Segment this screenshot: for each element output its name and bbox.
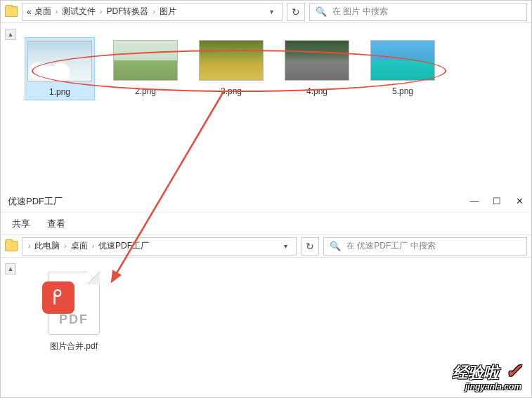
image-thumbnail: [113, 40, 178, 81]
refresh-button[interactable]: ↻: [287, 3, 305, 21]
breadcrumb[interactable]: « 桌面 › 测试文件 › PDF转换器 › 图片 ▾: [22, 3, 283, 21]
file-grid[interactable]: ▲ 1.png 2.png 3.png 4.png 5.png: [1, 23, 531, 190]
file-name: 4.png: [306, 86, 327, 96]
source-folder-window: « 桌面 › 测试文件 › PDF转换器 › 图片 ▾ ↻ 🔍 在 图片 中搜索…: [1, 1, 531, 190]
chevron-right-icon: ›: [28, 242, 30, 250]
file-item[interactable]: 2.png: [110, 37, 181, 99]
file-item[interactable]: PDF 图片合并.pdf: [32, 272, 116, 352]
watermark-main: 经验啦: [453, 364, 499, 381]
breadcrumb-prefix: «: [27, 7, 32, 17]
breadcrumb-item[interactable]: 桌面: [71, 240, 88, 252]
chevron-right-icon: ›: [64, 242, 66, 250]
chevron-right-icon: ›: [100, 8, 102, 15]
scroll-up-button[interactable]: ▲: [5, 263, 16, 274]
file-item[interactable]: 5.png: [368, 37, 438, 99]
thumbnail-row: 1.png 2.png 3.png 4.png 5.png: [25, 37, 524, 100]
watermark: 经验啦 ✓ jingyanla.com: [453, 361, 521, 392]
title-bar: 优速PDF工厂 — ☐ ✕: [1, 190, 531, 213]
check-icon: ✓: [505, 360, 521, 382]
search-icon: 🔍: [316, 6, 327, 17]
watermark-sub: jingyanla.com: [453, 383, 521, 392]
breadcrumb-dropdown-icon[interactable]: ▾: [266, 8, 278, 15]
maximize-button[interactable]: ☐: [492, 197, 502, 206]
image-thumbnail: [285, 40, 349, 81]
image-thumbnail: [370, 40, 435, 81]
pdf-file-icon: PDF: [42, 272, 105, 335]
refresh-button[interactable]: ↻: [301, 237, 319, 256]
refresh-icon: ↻: [292, 6, 300, 18]
file-name: 图片合并.pdf: [50, 340, 98, 352]
file-name: 2.png: [135, 86, 156, 96]
view-tab[interactable]: 查看: [47, 218, 65, 230]
breadcrumb-item[interactable]: PDF转换器: [106, 6, 148, 18]
breadcrumb-item[interactable]: 优速PDF工厂: [98, 240, 149, 252]
file-item[interactable]: 3.png: [196, 37, 266, 99]
file-name: 5.png: [392, 86, 413, 96]
minimize-icon: —: [470, 196, 479, 206]
folder-icon: [5, 241, 18, 251]
breadcrumb-item[interactable]: 图片: [160, 6, 176, 18]
share-tab[interactable]: 共享: [12, 218, 30, 230]
search-placeholder: 在 优速PDF工厂 中搜索: [346, 240, 436, 252]
folder-icon: [5, 6, 18, 17]
breadcrumb-item[interactable]: 此电脑: [34, 240, 60, 252]
chevron-right-icon: ›: [153, 8, 155, 15]
minimize-button[interactable]: —: [469, 197, 479, 206]
refresh-icon: ↻: [306, 241, 314, 252]
file-item[interactable]: 1.png: [25, 37, 95, 100]
search-input[interactable]: 🔍 在 图片 中搜索: [309, 3, 527, 21]
file-type-label: PDF: [48, 312, 99, 327]
window-controls: — ☐ ✕: [469, 197, 524, 206]
close-button[interactable]: ✕: [514, 197, 524, 206]
maximize-icon: ☐: [493, 196, 501, 206]
search-icon: 🔍: [330, 241, 341, 251]
file-name: 1.png: [49, 87, 70, 97]
chevron-up-icon: ▲: [8, 265, 14, 272]
chevron-right-icon: ›: [92, 242, 94, 250]
image-thumbnail: [199, 40, 264, 81]
chevron-up-icon: ▲: [8, 31, 14, 38]
search-placeholder: 在 图片 中搜索: [332, 6, 388, 18]
address-bar-row: « 桌面 › 测试文件 › PDF转换器 › 图片 ▾ ↻ 🔍 在 图片 中搜索: [1, 1, 531, 23]
close-icon: ✕: [516, 196, 524, 206]
file-item[interactable]: 4.png: [282, 37, 352, 99]
file-name: 3.png: [221, 86, 242, 96]
breadcrumb[interactable]: › 此电脑 › 桌面 › 优速PDF工厂 ▾: [22, 237, 297, 256]
breadcrumb-dropdown-icon[interactable]: ▾: [280, 242, 292, 250]
window-title: 优速PDF工厂: [8, 195, 469, 208]
address-bar-row: › 此电脑 › 桌面 › 优速PDF工厂 ▾ ↻ 🔍 在 优速PDF工厂 中搜索: [1, 235, 531, 258]
toolbar: 共享 查看: [1, 213, 531, 235]
search-input[interactable]: 🔍 在 优速PDF工厂 中搜索: [323, 237, 527, 256]
image-thumbnail: [27, 41, 92, 81]
breadcrumb-item[interactable]: 桌面: [34, 6, 51, 18]
scroll-up-button[interactable]: ▲: [5, 29, 16, 40]
chevron-right-icon: ›: [56, 8, 58, 15]
breadcrumb-item[interactable]: 测试文件: [62, 6, 96, 18]
pdf-p-icon: [49, 288, 67, 307]
pdf-badge-icon: [42, 281, 74, 314]
